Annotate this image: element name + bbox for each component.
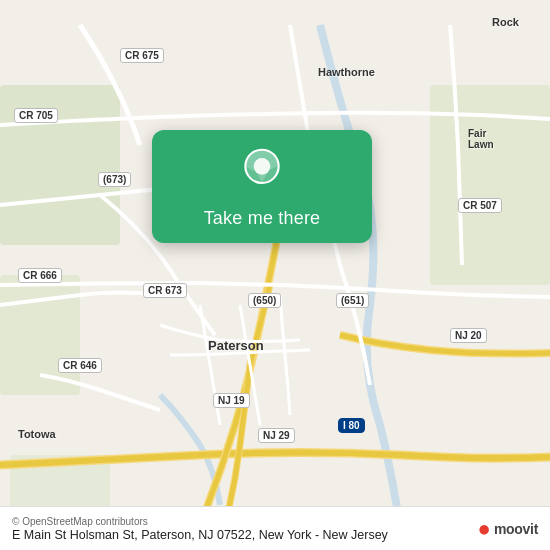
road-badge-cr675: CR 675 bbox=[120, 48, 164, 63]
road-badge-651: (651) bbox=[336, 293, 369, 308]
road-badge-cr705: CR 705 bbox=[14, 108, 58, 123]
road-badge-nj29: NJ 29 bbox=[258, 428, 295, 443]
road-badge-nj20: NJ 20 bbox=[450, 328, 487, 343]
place-fairlawn: FairLawn bbox=[468, 128, 494, 150]
moovit-text: moovit bbox=[494, 521, 538, 537]
road-badge-673: (673) bbox=[98, 172, 131, 187]
map-roads bbox=[0, 0, 550, 550]
address-text: E Main St Holsman St, Paterson, NJ 07522… bbox=[12, 527, 388, 545]
take-me-there-button[interactable]: Take me there bbox=[204, 208, 321, 229]
location-card: Take me there bbox=[152, 130, 372, 243]
osm-credit: © OpenStreetMap contributors bbox=[12, 516, 388, 527]
address-block: © OpenStreetMap contributors E Main St H… bbox=[12, 515, 388, 545]
map-container: CR 675 CR 705 (673) CR 673 (650) CR 666 … bbox=[0, 0, 550, 550]
bottom-bar: © OpenStreetMap contributors E Main St H… bbox=[0, 506, 550, 551]
moovit-icon: ● bbox=[478, 516, 491, 542]
road-badge-nj19: NJ 19 bbox=[213, 393, 250, 408]
place-hawthorne: Hawthorne bbox=[318, 66, 375, 78]
road-badge-cr646: CR 646 bbox=[58, 358, 102, 373]
place-paterson: Paterson bbox=[208, 338, 264, 353]
place-totowa: Totowa bbox=[18, 428, 56, 440]
place-rock: Rock bbox=[492, 16, 519, 28]
road-badge-cr666: CR 666 bbox=[18, 268, 62, 283]
moovit-logo: ● moovit bbox=[478, 516, 538, 542]
road-badge-cr673: CR 673 bbox=[143, 283, 187, 298]
road-badge-cr507: CR 507 bbox=[458, 198, 502, 213]
road-badge-650: (650) bbox=[248, 293, 281, 308]
pin-icon bbox=[237, 148, 287, 198]
road-badge-i80: I 80 bbox=[338, 418, 365, 433]
